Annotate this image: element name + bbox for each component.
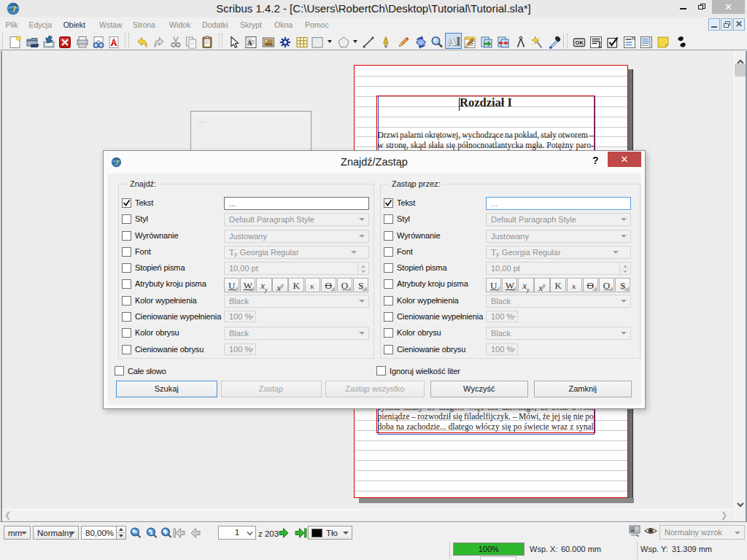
svg-text:1: 1 [150, 529, 153, 536]
svg-text:A: A [247, 39, 252, 47]
svg-text:OK: OK [576, 39, 584, 46]
